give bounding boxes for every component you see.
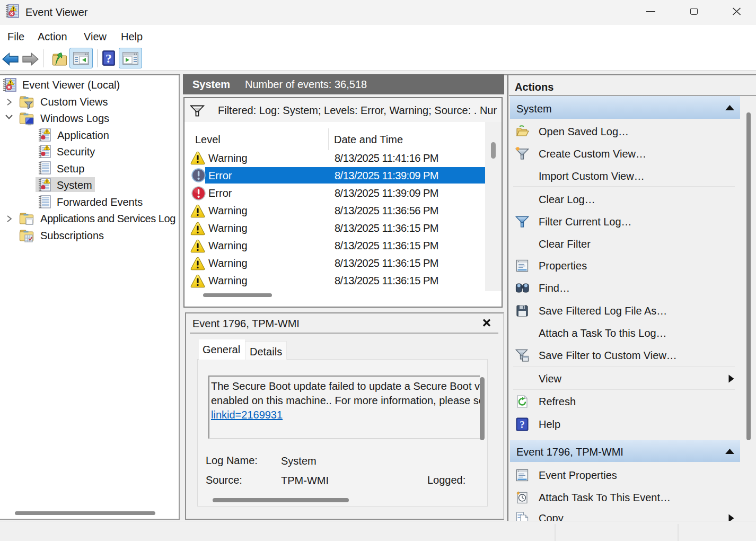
- svg-text:?: ?: [520, 419, 525, 430]
- svg-text:?: ?: [106, 51, 112, 65]
